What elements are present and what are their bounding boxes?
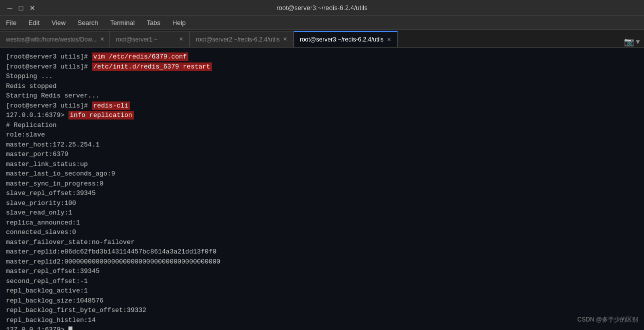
tab-0-label: westos@wlb:/home/westos/Dow... bbox=[6, 36, 97, 43]
tab-2[interactable]: root@server2:~/redis-6.2.4/utils ✕ bbox=[190, 31, 294, 47]
tab-3[interactable]: root@server3:~/redis-6.2.4/utils ✕ bbox=[294, 31, 398, 47]
terminal-line-9: master_host:172.25.254.1 bbox=[6, 140, 638, 150]
menu-view[interactable]: View bbox=[49, 18, 67, 28]
terminal-line-23: second_repl_offset:-1 bbox=[6, 276, 638, 286]
terminal-line-11: master_link_status:up bbox=[6, 160, 638, 170]
menu-terminal[interactable]: Terminal bbox=[108, 18, 137, 28]
tab-0-close[interactable]: ✕ bbox=[100, 36, 104, 42]
menu-file[interactable]: File bbox=[4, 18, 18, 28]
tab-1-close[interactable]: ✕ bbox=[179, 36, 183, 42]
terminal-area[interactable]: [root@server3 utils]# vim /etc/redis/637… bbox=[0, 48, 644, 330]
tab-dropdown-icon: ▼ bbox=[636, 38, 640, 46]
watermark: CSDN @多于少的区别 bbox=[577, 315, 638, 324]
terminal-line-7: # Replication bbox=[6, 120, 638, 130]
tab-3-label: root@server3:~/redis-6.2.4/utils bbox=[300, 36, 384, 43]
tab-0[interactable]: westos@wlb:/home/westos/Dow... ✕ bbox=[0, 31, 110, 47]
terminal-line-13: master_sync_in_progress:0 bbox=[6, 179, 638, 189]
terminal-line-12: master_last_io_seconds_ago:9 bbox=[6, 169, 638, 179]
maximize-button[interactable]: □ bbox=[17, 4, 25, 12]
terminal-cursor bbox=[68, 326, 72, 330]
terminal-line-2: Stopping ... bbox=[6, 72, 638, 82]
terminal-line-18: connected_slaves:0 bbox=[6, 228, 638, 238]
tab-bar: westos@wlb:/home/westos/Dow... ✕ root@se… bbox=[0, 30, 644, 48]
terminal-line-10: master_port:6379 bbox=[6, 150, 638, 160]
terminal-line-21: master_replid2:0000000000000000000000000… bbox=[6, 257, 638, 267]
camera-icon: 📷 bbox=[624, 37, 634, 47]
terminal-line-25: repl_backlog_size:1048576 bbox=[6, 296, 638, 306]
terminal-line-20: master_replid:e86dc62fbd3b143114457bc861… bbox=[6, 247, 638, 257]
close-button[interactable]: ✕ bbox=[28, 4, 36, 12]
menu-edit[interactable]: Edit bbox=[26, 18, 41, 28]
terminal-line-24: repl_backlog_active:1 bbox=[6, 286, 638, 296]
minimize-button[interactable]: ─ bbox=[6, 4, 13, 12]
terminal-line-5: [root@server3 utils]# redis-cli bbox=[6, 101, 638, 111]
terminal-line-0: [root@server3 utils]# vim /etc/redis/637… bbox=[6, 52, 638, 62]
terminal-line-22: master_repl_offset:39345 bbox=[6, 266, 638, 276]
tab-1[interactable]: root@server1:~ ✕ bbox=[110, 31, 190, 47]
tab-2-label: root@server2:~/redis-6.2.4/utils bbox=[196, 36, 280, 43]
menu-tabs[interactable]: Tabs bbox=[145, 18, 162, 28]
terminal-line-14: slave_repl_offset:39345 bbox=[6, 188, 638, 198]
menu-bar: File Edit View Search Terminal Tabs Help bbox=[0, 16, 644, 30]
terminal-line-1: [root@server3 utils]# /etc/init.d/redis_… bbox=[6, 62, 638, 72]
terminal-line-4: Starting Redis server... bbox=[6, 91, 638, 101]
terminal-line-3: Redis stopped bbox=[6, 82, 638, 92]
terminal-line-17: replica_announced:1 bbox=[6, 218, 638, 228]
terminal-line-8: role:slave bbox=[6, 130, 638, 140]
menu-help[interactable]: Help bbox=[170, 18, 188, 28]
terminal-line-28: 127.0.0.1:6379> bbox=[6, 325, 638, 330]
tab-3-close[interactable]: ✕ bbox=[387, 36, 391, 43]
tab-new-button[interactable]: 📷 ▼ bbox=[620, 37, 644, 47]
window-title: root@server3:~/redis-6.2.4/utils bbox=[36, 4, 608, 12]
title-bar: ─ □ ✕ root@server3:~/redis-6.2.4/utils bbox=[0, 0, 644, 16]
terminal-line-15: slave_priority:100 bbox=[6, 198, 638, 208]
tab-1-label: root@server1:~ bbox=[116, 36, 157, 43]
terminal-line-6: 127.0.0.1:6379> info replication bbox=[6, 110, 638, 120]
tab-2-close[interactable]: ✕ bbox=[283, 36, 287, 42]
terminal-line-26: repl_backlog_first_byte_offset:39332 bbox=[6, 306, 638, 316]
menu-search[interactable]: Search bbox=[75, 18, 100, 28]
terminal-line-19: master_failover_state:no-failover bbox=[6, 238, 638, 248]
terminal-line-27: repl_backlog_histlen:14 bbox=[6, 316, 638, 326]
terminal-line-16: slave_read_only:1 bbox=[6, 208, 638, 218]
